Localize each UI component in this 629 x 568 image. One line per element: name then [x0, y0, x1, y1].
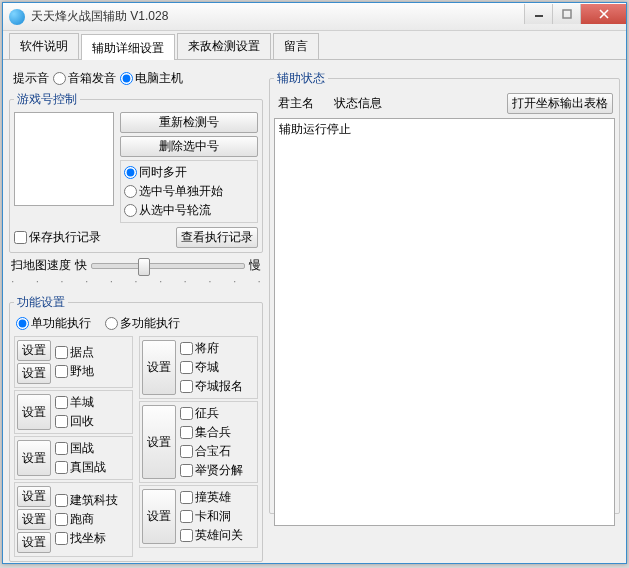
chk-jiangfu[interactable]: 将府	[180, 340, 243, 357]
sound-label: 提示音	[13, 70, 49, 87]
selected-start-radio[interactable]: 选中号单独开始	[124, 183, 254, 200]
svg-rect-1	[563, 10, 571, 18]
tab-enemy-detect[interactable]: 来敌检测设置	[177, 33, 271, 59]
chk-judian[interactable]: 据点	[55, 344, 94, 361]
redetect-button[interactable]: 重新检测号	[120, 112, 258, 133]
delete-selected-button[interactable]: 删除选中号	[120, 136, 258, 157]
account-listbox[interactable]	[14, 112, 114, 206]
set-btn-r3[interactable]: 设置	[142, 489, 176, 544]
chk-yedi[interactable]: 野地	[55, 363, 94, 380]
left-g1: 设置 设置 据点 野地	[14, 336, 133, 388]
account-control-group: 游戏号控制 重新检测号 删除选中号 同时多开 选中号单独开始 从选中号轮流	[9, 91, 263, 253]
view-log-button[interactable]: 查看执行记录	[176, 227, 258, 248]
window-title: 天天烽火战国辅助 V1.028	[31, 8, 524, 25]
assist-status-group: 辅助状态 君主名 状态信息 打开坐标输出表格 辅助运行停止	[269, 70, 620, 514]
left-g2: 设置 羊城 回收	[14, 390, 133, 434]
tab-assist-settings[interactable]: 辅助详细设置	[81, 34, 175, 60]
status-col-lord: 君主名	[278, 95, 314, 112]
multi-open-radio[interactable]: 同时多开	[124, 164, 254, 181]
chk-zhengbing[interactable]: 征兵	[180, 405, 243, 422]
minimize-button[interactable]	[524, 4, 552, 24]
chk-guozhan[interactable]: 国战	[55, 440, 106, 457]
chk-zhaozuobiao[interactable]: 找坐标	[55, 530, 118, 547]
status-message: 辅助运行停止	[279, 121, 610, 138]
set-btn-r1[interactable]: 设置	[142, 340, 176, 395]
chk-paoshang[interactable]: 跑商	[55, 511, 118, 528]
set-btn-l1a[interactable]: 设置	[17, 340, 51, 361]
chk-jianzhu[interactable]: 建筑科技	[55, 492, 118, 509]
open-coord-table-button[interactable]: 打开坐标输出表格	[507, 93, 613, 114]
scan-speed-slider[interactable]	[91, 263, 245, 269]
chk-duochengbaoming[interactable]: 夺城报名	[180, 378, 243, 395]
save-log-checkbox[interactable]: 保存执行记录	[14, 229, 101, 246]
slider-ticks: ···········	[9, 274, 263, 290]
status-col-info: 状态信息	[334, 95, 382, 112]
set-btn-l4b[interactable]: 设置	[17, 509, 51, 530]
feature-settings-group: 功能设置 单功能执行 多功能执行 设置 设置 据点	[9, 294, 263, 562]
status-log-box[interactable]: 辅助运行停止	[274, 118, 615, 526]
chk-duocheng[interactable]: 夺城	[180, 359, 243, 376]
chk-hebaoshi[interactable]: 合宝石	[180, 443, 243, 460]
chk-jihebing[interactable]: 集合兵	[180, 424, 243, 441]
chk-zhenguozhan[interactable]: 真国战	[55, 459, 106, 476]
set-btn-r2[interactable]: 设置	[142, 405, 176, 479]
left-g4: 设置 设置 设置 建筑科技 跑商 找坐标	[14, 482, 133, 557]
feature-legend: 功能设置	[14, 294, 68, 311]
sound-host-radio[interactable]: 电脑主机	[120, 70, 183, 87]
multi-feature-radio[interactable]: 多功能执行	[105, 315, 180, 332]
set-btn-l3[interactable]: 设置	[17, 440, 51, 476]
title-bar[interactable]: 天天烽火战国辅助 V1.028	[3, 3, 626, 31]
scan-speed-label: 扫地图速度	[11, 257, 71, 274]
account-control-legend: 游戏号控制	[14, 91, 80, 108]
set-btn-l4a[interactable]: 设置	[17, 486, 51, 507]
tab-strip: 软件说明 辅助详细设置 来敌检测设置 留言	[3, 31, 626, 60]
single-feature-radio[interactable]: 单功能执行	[16, 315, 91, 332]
chk-juxianfenjie[interactable]: 举贤分解	[180, 462, 243, 479]
chk-zhuangyingxiong[interactable]: 撞英雄	[180, 489, 243, 506]
chk-yingxiongwenguan[interactable]: 英雄问关	[180, 527, 243, 544]
status-legend: 辅助状态	[274, 70, 328, 87]
chk-yangcheng[interactable]: 羊城	[55, 394, 94, 411]
scan-fast-label: 快	[75, 257, 87, 274]
main-window: 天天烽火战国辅助 V1.028 软件说明 辅助详细设置 来敌检测设置 留言 提示…	[2, 2, 627, 564]
app-icon	[9, 9, 25, 25]
tab-message[interactable]: 留言	[273, 33, 319, 59]
sound-speaker-radio[interactable]: 音箱发音	[53, 70, 116, 87]
scan-slow-label: 慢	[249, 257, 261, 274]
chk-huishou[interactable]: 回收	[55, 413, 94, 430]
set-btn-l2[interactable]: 设置	[17, 394, 51, 430]
left-g3: 设置 国战 真国战	[14, 436, 133, 480]
tab-software-info[interactable]: 软件说明	[9, 33, 79, 59]
set-btn-l1b[interactable]: 设置	[17, 363, 51, 384]
right-g2: 设置 征兵 集合兵 合宝石 举贤分解	[139, 401, 258, 483]
chk-kahedong[interactable]: 卡和洞	[180, 508, 243, 525]
maximize-button[interactable]	[552, 4, 580, 24]
right-g1: 设置 将府 夺城 夺城报名	[139, 336, 258, 399]
close-button[interactable]	[580, 4, 626, 24]
set-btn-l4c[interactable]: 设置	[17, 532, 51, 553]
rotate-from-selected-radio[interactable]: 从选中号轮流	[124, 202, 254, 219]
right-g3: 设置 撞英雄 卡和洞 英雄问关	[139, 485, 258, 548]
